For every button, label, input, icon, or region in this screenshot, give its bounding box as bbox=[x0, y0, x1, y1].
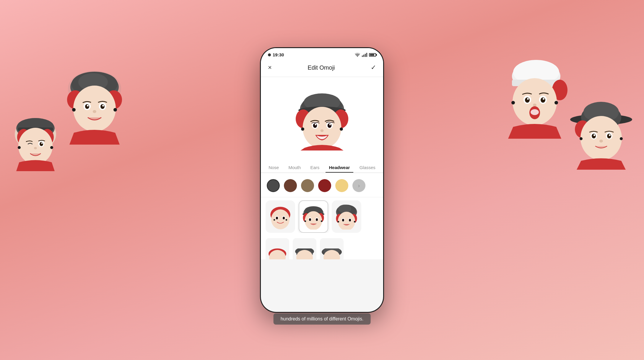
style-dark-cap[interactable] bbox=[299, 200, 328, 233]
svg-point-22 bbox=[87, 105, 89, 107]
svg-point-6 bbox=[18, 128, 53, 164]
color-swatches: › bbox=[267, 179, 377, 192]
svg-point-73 bbox=[321, 129, 324, 132]
tab-nose[interactable]: Nose bbox=[265, 163, 282, 172]
svg-point-25 bbox=[102, 105, 104, 107]
color-swatch-dark-gray[interactable] bbox=[267, 179, 280, 192]
battery-icon bbox=[369, 53, 376, 57]
svg-point-91 bbox=[309, 218, 311, 221]
svg-point-79 bbox=[276, 217, 278, 219]
svg-point-57 bbox=[599, 140, 603, 143]
svg-point-95 bbox=[321, 220, 322, 222]
color-swatch-brown[interactable] bbox=[284, 179, 297, 192]
svg-point-21 bbox=[85, 104, 89, 109]
caption-bar: hundreds of millions of different Omojis… bbox=[274, 313, 371, 325]
svg-point-66 bbox=[303, 107, 341, 149]
tab-glasses[interactable]: Glasses bbox=[356, 163, 379, 172]
svg-point-45 bbox=[554, 101, 558, 104]
svg-point-53 bbox=[593, 134, 595, 136]
svg-point-104 bbox=[342, 219, 344, 222]
svg-point-98 bbox=[338, 205, 351, 213]
svg-point-26 bbox=[93, 110, 96, 113]
tab-ears[interactable]: Ears bbox=[307, 163, 323, 172]
bottom-style-2[interactable] bbox=[293, 238, 316, 259]
bg-avatar-far-left bbox=[9, 112, 62, 171]
svg-point-11 bbox=[18, 146, 21, 149]
wifi-icon bbox=[355, 53, 360, 57]
svg-point-52 bbox=[592, 134, 596, 138]
style-no-hat[interactable] bbox=[266, 200, 295, 233]
svg-point-24 bbox=[100, 104, 105, 109]
svg-point-28 bbox=[113, 108, 117, 112]
phone-screen: 19:30 bbox=[261, 48, 383, 312]
svg-point-69 bbox=[315, 124, 316, 125]
status-icons bbox=[355, 53, 376, 57]
styles-grid bbox=[266, 200, 378, 233]
style-beret[interactable] bbox=[332, 200, 361, 233]
tab-headwear[interactable]: Headwear bbox=[326, 163, 354, 172]
close-button[interactable]: × bbox=[267, 63, 273, 73]
svg-point-27 bbox=[72, 108, 76, 112]
color-swatch-dark-red[interactable] bbox=[318, 179, 331, 192]
bottom-style-3[interactable] bbox=[320, 238, 344, 259]
svg-point-107 bbox=[338, 221, 339, 222]
color-swatch-more[interactable]: › bbox=[352, 179, 365, 192]
svg-point-72 bbox=[329, 124, 331, 125]
svg-point-37 bbox=[527, 98, 529, 100]
svg-point-56 bbox=[609, 134, 611, 136]
tab-mouth[interactable]: Mouth bbox=[285, 163, 304, 172]
status-bar: 19:30 bbox=[261, 48, 383, 60]
color-section: › bbox=[261, 173, 383, 197]
svg-point-108 bbox=[354, 221, 355, 222]
bg-avatar-white-beanie: ○LO bbox=[499, 56, 573, 139]
status-dot bbox=[268, 53, 271, 56]
color-swatch-cream[interactable] bbox=[335, 179, 348, 192]
avatar-preview bbox=[261, 77, 383, 160]
avatar-main-svg bbox=[292, 86, 352, 151]
svg-point-39 bbox=[541, 97, 545, 103]
bg-avatar-fedora bbox=[567, 94, 635, 170]
svg-point-81 bbox=[283, 217, 285, 219]
svg-point-75 bbox=[340, 127, 343, 131]
svg-point-59 bbox=[620, 137, 623, 140]
svg-point-58 bbox=[580, 137, 583, 140]
app-header: × Edit Omoji ✓ bbox=[261, 60, 383, 77]
svg-point-10 bbox=[34, 147, 37, 149]
bottom-styles-row bbox=[261, 236, 383, 259]
signal-bars bbox=[362, 53, 367, 57]
page-title: Edit Omoji bbox=[308, 64, 335, 71]
svg-point-50 bbox=[580, 116, 622, 160]
svg-point-43 bbox=[531, 109, 539, 115]
svg-point-89 bbox=[305, 211, 322, 230]
svg-point-41 bbox=[533, 104, 536, 107]
svg-point-40 bbox=[543, 98, 544, 100]
category-tabs: Nose Mouth Ears Headwear Glasses bbox=[261, 160, 383, 173]
svg-point-94 bbox=[305, 220, 306, 222]
svg-point-12 bbox=[50, 146, 53, 149]
svg-point-8 bbox=[40, 142, 43, 146]
svg-point-106 bbox=[349, 219, 351, 222]
confirm-button[interactable]: ✓ bbox=[370, 63, 377, 73]
svg-point-83 bbox=[286, 219, 287, 220]
phone-frame: 19:30 bbox=[260, 47, 384, 313]
svg-point-55 bbox=[607, 134, 611, 138]
svg-point-74 bbox=[301, 127, 304, 131]
svg-point-44 bbox=[511, 101, 515, 104]
svg-point-36 bbox=[525, 97, 530, 103]
color-swatch-olive[interactable] bbox=[301, 179, 314, 192]
styles-section bbox=[261, 197, 383, 236]
svg-point-19 bbox=[73, 86, 116, 132]
status-time: 19:30 bbox=[268, 52, 284, 57]
bg-avatar-center-left bbox=[59, 65, 130, 145]
svg-point-82 bbox=[274, 219, 275, 220]
svg-point-9 bbox=[41, 143, 43, 144]
bottom-style-1[interactable] bbox=[266, 238, 289, 259]
svg-point-93 bbox=[316, 218, 318, 221]
